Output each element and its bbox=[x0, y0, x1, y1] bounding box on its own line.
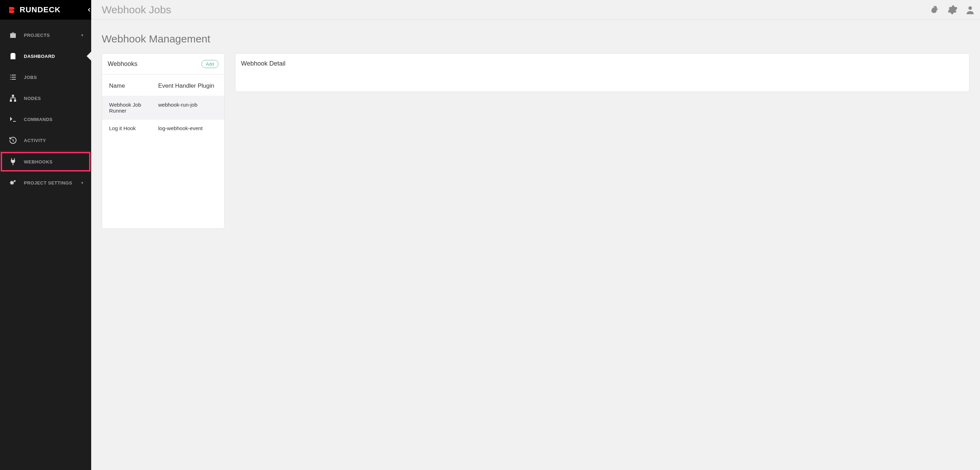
svg-point-6 bbox=[969, 6, 972, 10]
nav-label: JOBS bbox=[24, 75, 84, 80]
svg-point-5 bbox=[934, 7, 934, 8]
brand-text: RUNDECK bbox=[20, 5, 61, 14]
panel-row: Webhooks Add Name Event Handler Plugin W… bbox=[102, 53, 969, 229]
nav-label: DASHBOARD bbox=[24, 54, 84, 59]
sidebar-item-jobs[interactable]: JOBS bbox=[0, 67, 91, 88]
gears-icon bbox=[8, 178, 18, 187]
webhooks-heading: Webhooks bbox=[108, 61, 137, 68]
webhook-row[interactable]: Webhook Job Runner webhook-run-job bbox=[102, 96, 224, 119]
svg-rect-2 bbox=[14, 100, 16, 101]
webhook-name: Log it Hook bbox=[109, 125, 158, 131]
sidebar-item-project-settings[interactable]: PROJECT SETTINGS ▼ bbox=[0, 172, 91, 193]
sidebar-item-nodes[interactable]: NODES bbox=[0, 88, 91, 109]
svg-rect-1 bbox=[10, 100, 11, 101]
sitemap-icon bbox=[8, 94, 18, 103]
brand-logo[interactable]: RUNDECK bbox=[8, 5, 61, 14]
list-icon bbox=[8, 73, 18, 82]
duck-icon[interactable] bbox=[929, 4, 941, 16]
nav-list: PROJECTS ▼ DASHBOARD JOBS NODES bbox=[0, 20, 91, 193]
plug-icon bbox=[8, 157, 18, 166]
nav-label: PROJECTS bbox=[24, 33, 81, 38]
webhook-detail-card: Webhook Detail bbox=[235, 53, 969, 92]
svg-point-4 bbox=[14, 180, 16, 182]
sidebar-item-activity[interactable]: ACTIVITY bbox=[0, 130, 91, 151]
sidebar-item-dashboard[interactable]: DASHBOARD bbox=[0, 46, 91, 67]
webhook-handler: webhook-run-job bbox=[158, 102, 217, 114]
briefcase-icon bbox=[8, 30, 18, 40]
topbar-icon-group bbox=[929, 4, 976, 16]
main-content: Webhook Management Webhooks Add Name Eve… bbox=[91, 20, 980, 470]
column-header-name: Name bbox=[109, 83, 158, 89]
nav-label: PROJECT SETTINGS bbox=[24, 180, 81, 186]
webhooks-card-header: Webhooks Add bbox=[102, 54, 224, 75]
caret-down-icon: ▼ bbox=[81, 181, 84, 185]
webhooks-card: Webhooks Add Name Event Handler Plugin W… bbox=[102, 53, 224, 229]
clipboard-icon bbox=[8, 51, 18, 61]
sidebar-item-projects[interactable]: PROJECTS ▼ bbox=[0, 25, 91, 46]
sidebar: RUNDECK PROJECTS ▼ DASHBOARD bbox=[0, 0, 91, 470]
webhook-row[interactable]: Log it Hook log-webhook-event bbox=[102, 119, 224, 137]
user-icon[interactable] bbox=[964, 4, 976, 16]
nav-label: COMMANDS bbox=[24, 117, 84, 122]
add-webhook-button[interactable]: Add bbox=[201, 60, 218, 68]
nav-label: WEBHOOKS bbox=[24, 159, 84, 164]
nav-label: NODES bbox=[24, 96, 84, 101]
page-title: Webhook Management bbox=[102, 33, 969, 45]
column-header-handler: Event Handler Plugin bbox=[158, 83, 217, 89]
webhook-name: Webhook Job Runner bbox=[109, 102, 158, 114]
detail-heading: Webhook Detail bbox=[241, 60, 285, 67]
gear-icon[interactable] bbox=[947, 4, 958, 16]
webhooks-table-header: Name Event Handler Plugin bbox=[102, 75, 224, 96]
caret-down-icon: ▼ bbox=[81, 33, 84, 37]
sidebar-item-commands[interactable]: COMMANDS bbox=[0, 109, 91, 130]
detail-card-header: Webhook Detail bbox=[235, 54, 969, 74]
topbar-title: Webhook Jobs bbox=[102, 4, 925, 16]
nav-label: ACTIVITY bbox=[24, 138, 84, 143]
brand-mark-icon bbox=[8, 6, 16, 14]
webhook-handler: log-webhook-event bbox=[158, 125, 217, 131]
svg-rect-0 bbox=[12, 95, 14, 96]
history-icon bbox=[8, 136, 18, 145]
terminal-icon bbox=[8, 115, 18, 124]
topbar: Webhook Jobs bbox=[91, 0, 980, 20]
sidebar-header: RUNDECK bbox=[0, 0, 91, 20]
sidebar-item-webhooks[interactable]: WEBHOOKS bbox=[0, 151, 91, 172]
